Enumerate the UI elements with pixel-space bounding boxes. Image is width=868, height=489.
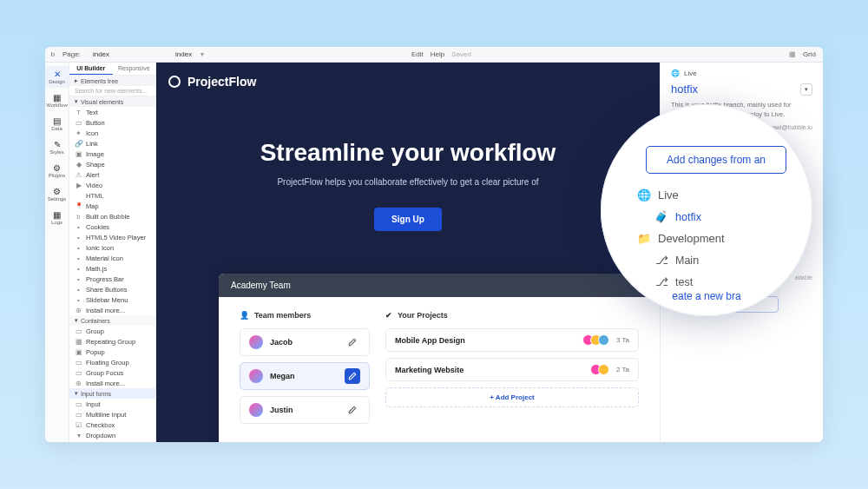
- rail-plugins[interactable]: ⚙Plugins: [45, 160, 69, 182]
- tree-material-icon: •: [75, 254, 82, 262]
- branch-icon: ⎇: [654, 275, 668, 288]
- add-changes-button[interactable]: Add changes from an: [646, 146, 786, 174]
- tree-slidebar-icon: •: [75, 296, 82, 304]
- tree-cookies-icon: •: [75, 223, 82, 231]
- chevron-down-icon[interactable]: ▾: [201, 50, 204, 58]
- page-label: Page:: [62, 50, 81, 58]
- tree-group[interactable]: ▭Group: [69, 326, 155, 336]
- rail-data[interactable]: ▤Data: [45, 113, 69, 135]
- brand-logo-icon: [168, 76, 181, 88]
- project-row[interactable]: Marketing Website2 Ta: [385, 358, 639, 381]
- branch-name[interactable]: hotfix: [671, 83, 698, 96]
- center-pagename[interactable]: index: [175, 50, 192, 58]
- tree-material[interactable]: •Material Icon: [69, 253, 155, 263]
- rail-plugins-label: Plugins: [49, 173, 66, 178]
- tree-link[interactable]: 🔗Link: [69, 138, 155, 149]
- section-containers[interactable]: ▾ Containers: [69, 315, 155, 326]
- tree-input[interactable]: ▭Input: [69, 399, 155, 409]
- section-visual-elements[interactable]: ▾ Visual elements: [69, 96, 155, 107]
- suitcase-icon: 🧳: [654, 210, 668, 223]
- signup-button[interactable]: Sign Up: [374, 208, 442, 231]
- project-avatars: [590, 364, 609, 375]
- brand-name: ProjectFlow: [187, 75, 256, 89]
- tree-button[interactable]: ▭Button: [69, 117, 155, 128]
- tree-searchbox[interactable]: 🔍Search Box: [69, 440, 155, 442]
- tree-mli[interactable]: ▭Multiline Input: [69, 409, 155, 420]
- project-row[interactable]: Mobile App Design3 Ta: [385, 328, 639, 352]
- person-icon: 👤: [240, 311, 249, 320]
- members-heading: 👤 Team members: [240, 311, 370, 320]
- avatar: [249, 369, 263, 383]
- branch-dropdown[interactable]: ▾: [800, 83, 812, 96]
- tree-progress[interactable]: •Progress Bar: [69, 274, 155, 284]
- tree-install2[interactable]: ⊕Install more...: [69, 378, 155, 388]
- grid-label[interactable]: Grid: [803, 50, 816, 58]
- tree-video-icon: ▶: [75, 182, 82, 189]
- member-name: Megan: [270, 372, 338, 380]
- rail-styles-label: Styles: [49, 149, 63, 155]
- member-row[interactable]: Megan: [240, 362, 370, 390]
- tree-input-icon: ▭: [75, 400, 82, 408]
- add-project-button[interactable]: + Add Project: [385, 387, 639, 407]
- tree-gf[interactable]: ▭Group Focus: [69, 367, 155, 378]
- rail-design[interactable]: ✕Design: [45, 66, 69, 88]
- tree-rg[interactable]: ▦Repeating Group: [69, 336, 155, 347]
- section-elements-tree[interactable]: ▸ Elements tree: [69, 76, 155, 86]
- edit-icon[interactable]: [345, 368, 360, 384]
- tree-mathjs[interactable]: •Math.js: [69, 263, 155, 274]
- tree-share[interactable]: •Share Buttons: [69, 284, 155, 294]
- tree-popup[interactable]: ▣Popup: [69, 347, 155, 357]
- edit-menu[interactable]: Edit: [411, 50, 424, 58]
- tree-cookies[interactable]: •Cookies: [69, 221, 155, 232]
- branch-item-label: Main: [675, 254, 699, 267]
- tree-ionic-icon: •: [75, 244, 82, 252]
- branch-group: 📁Development: [634, 229, 779, 248]
- rail-design-label: Design: [49, 79, 65, 84]
- team-card-title: Academy Team: [219, 274, 660, 297]
- tab-ui-builder[interactable]: UI Builder: [69, 63, 113, 75]
- member-row[interactable]: Jacob: [240, 328, 370, 356]
- tree-image[interactable]: ▣Image: [69, 149, 155, 159]
- tree-builton[interactable]: bBuilt on Bubble: [69, 211, 155, 221]
- member-row[interactable]: Justin: [240, 396, 370, 424]
- tree-icon[interactable]: ✦Icon: [69, 128, 155, 138]
- tree-html5vp[interactable]: •HTML5 Video Player: [69, 232, 155, 242]
- tree-install1[interactable]: ⊕Install more...: [69, 305, 155, 315]
- rail-logs[interactable]: ▦Logs: [45, 207, 69, 228]
- tree-image-icon: ▣: [75, 150, 82, 158]
- project-name: Mobile App Design: [395, 336, 575, 345]
- tree-dropdown[interactable]: ▾Dropdown: [69, 430, 155, 440]
- project-tasks: 2 Ta: [616, 366, 629, 373]
- tree-ionic[interactable]: •Ionic Icon: [69, 242, 155, 253]
- rail-styles[interactable]: ✎Styles: [45, 136, 69, 158]
- tree-fg-icon: ▭: [75, 359, 82, 367]
- saved-status: Saved: [451, 50, 471, 58]
- tree-shape[interactable]: ◆Shape: [69, 159, 155, 169]
- tree-rg-icon: ▦: [75, 338, 82, 346]
- tree-alert[interactable]: ⚠Alert: [69, 169, 155, 180]
- tree-slidebar[interactable]: •Slidebar Menu: [69, 294, 155, 305]
- branch-item[interactable]: ⎇test: [634, 273, 779, 291]
- tree-html[interactable]: HTML: [69, 190, 155, 201]
- globe-icon: 🌐: [671, 69, 680, 77]
- tab-responsive[interactable]: Responsive: [113, 63, 156, 75]
- grid-toggle-icon[interactable]: ▦: [789, 50, 796, 58]
- page-name[interactable]: index: [93, 50, 109, 58]
- rail-settings[interactable]: ⚙Settings: [45, 183, 69, 205]
- tree-text[interactable]: TText: [69, 107, 155, 117]
- rail-workflow[interactable]: ▦Workflow: [45, 89, 69, 111]
- branch-item[interactable]: 🧳hotfix: [634, 208, 779, 226]
- help-menu[interactable]: Help: [431, 50, 444, 58]
- chevron-right-icon: ▸: [75, 77, 78, 84]
- edit-icon[interactable]: [345, 334, 360, 350]
- elements-search[interactable]: Search for new elements...: [69, 86, 155, 96]
- rail-logs-label: Logs: [51, 220, 62, 225]
- tree-video[interactable]: ▶Video: [69, 180, 155, 190]
- tree-map[interactable]: 📍Map: [69, 201, 155, 211]
- editor-canvas[interactable]: ProjectFlow Streamline your workflow Pro…: [156, 63, 660, 442]
- tree-checkbox[interactable]: ☑Checkbox: [69, 420, 155, 430]
- edit-icon[interactable]: [345, 402, 360, 418]
- tree-fg[interactable]: ▭Floating Group: [69, 357, 155, 367]
- branch-item[interactable]: ⎇Main: [634, 251, 779, 269]
- section-input-forms[interactable]: ▾ Input forms: [69, 388, 155, 399]
